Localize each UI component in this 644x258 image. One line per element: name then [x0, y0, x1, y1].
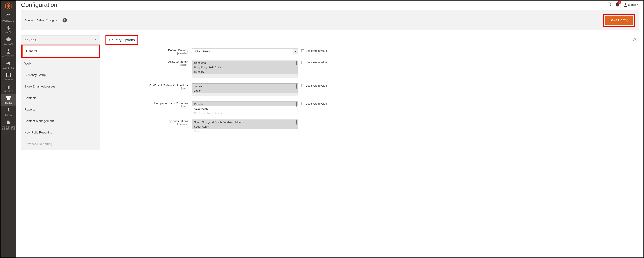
fieldset-country-options[interactable]: Country Options: [106, 36, 138, 45]
config-sections-panel: GENERAL ⌃ General Web Currency Setup Sto…: [21, 36, 100, 258]
allow-countries-multiselect[interactable]: Honduras Hong Kong SAR China Hungary: [192, 60, 298, 78]
nav-label-content: CONTENT: [4, 79, 13, 81]
nav-dashboard[interactable]: DASHBOARD: [0, 11, 16, 24]
section-item-newrelic[interactable]: New Relic Reporting: [21, 127, 100, 138]
list-item[interactable]: South Korea: [192, 124, 298, 129]
notifications-button[interactable]: 13: [616, 2, 620, 8]
field-control: Jamaica Japan: [192, 83, 298, 96]
megaphone-icon: [6, 61, 11, 66]
list-item[interactable]: Jamaica: [192, 84, 298, 88]
scope-help-icon[interactable]: ?: [62, 18, 67, 22]
nav-reports[interactable]: REPORTS: [0, 82, 16, 94]
magento-logo[interactable]: [0, 0, 16, 11]
field-row-eu-countries: European Union Countries [global] Canada…: [106, 101, 637, 114]
gauge-icon: [6, 14, 11, 19]
field-label-text: Top destinations: [106, 120, 188, 123]
nav-content[interactable]: CONTENT: [0, 71, 16, 82]
section-item-reports[interactable]: Reports: [21, 104, 100, 115]
field-label-text: Allow Countries: [106, 60, 188, 64]
field-scope: [global]: [106, 105, 188, 108]
scope-select[interactable]: Default Config ▼: [37, 19, 58, 22]
svg-point-11: [624, 4, 626, 5]
chart-icon: [6, 84, 10, 89]
nav-catalog[interactable]: CATALOG: [0, 35, 16, 47]
scrollbar-thumb[interactable]: [296, 61, 297, 65]
zip-optional-multiselect[interactable]: Jamaica Japan: [192, 83, 298, 96]
section-group-label: GENERAL: [24, 38, 38, 42]
notif-badge: 13: [618, 1, 621, 4]
scrollbar-thumb[interactable]: [296, 102, 297, 106]
chevron-down-icon: ▼: [637, 4, 639, 6]
nav-sales[interactable]: $ SALES: [0, 24, 16, 35]
list-item[interactable]: Hong Kong SAR China: [192, 65, 298, 70]
field-label: Allow Countries [website]: [106, 60, 188, 66]
section-item-currency[interactable]: Currency Setup: [21, 69, 100, 81]
svg-point-9: [608, 3, 610, 5]
main-content: Configuration 13 admin ▼ Scope:: [16, 0, 644, 258]
layout-icon: [6, 73, 10, 78]
use-system-allow-countries[interactable]: Use system value: [301, 60, 337, 64]
nav-label-marketing: MARKETING: [3, 67, 14, 69]
field-label: Top destinations [store view]: [106, 119, 188, 126]
list-item[interactable]: Japan: [192, 88, 298, 93]
section-general-highlight: General: [21, 44, 100, 58]
nav-system[interactable]: SYSTEM: [0, 106, 16, 118]
section-group-general[interactable]: GENERAL ⌃: [21, 36, 100, 44]
chevron-down-icon: ▼: [293, 49, 298, 54]
use-system-label: Use system value: [306, 49, 327, 52]
section-item-store-email[interactable]: Store Email Addresses: [21, 81, 100, 92]
field-row-top-destinations: Top destinations [store view] South Geor…: [106, 119, 637, 132]
section-item-general[interactable]: General: [22, 46, 99, 57]
list-item[interactable]: Caribbean Netherlands: [192, 111, 298, 114]
nav-label-sales: SALES: [6, 31, 12, 33]
checkbox-icon: [301, 50, 304, 52]
user-menu[interactable]: admin ▼: [624, 3, 639, 7]
user-icon: [624, 3, 627, 7]
page-header: Configuration 13 admin ▼: [21, 0, 639, 9]
list-item[interactable]: Cape Verde: [192, 106, 298, 111]
scope-control: Scope: Default Config ▼ ?: [25, 18, 67, 22]
eu-countries-multiselect[interactable]: Canada Cape Verde Caribbean Netherlands: [192, 101, 298, 114]
store-icon: [6, 96, 11, 101]
nav-stores[interactable]: STORES: [0, 94, 16, 106]
list-item[interactable]: South Georgia & South Sandwich Islands: [192, 120, 298, 124]
use-system-default-country[interactable]: Use system value: [301, 48, 337, 52]
nav-customers[interactable]: CUSTOMERS: [0, 47, 16, 59]
chevron-down-icon: ▼: [55, 19, 58, 22]
nav-marketing[interactable]: MARKETING: [0, 59, 16, 71]
field-row-default-country: Default Country [store view] United Stat…: [106, 48, 637, 54]
list-item[interactable]: Honduras: [192, 60, 298, 65]
save-config-button[interactable]: Save Config: [605, 16, 633, 24]
checkbox-icon: [301, 61, 304, 64]
save-highlight: Save Config: [603, 14, 635, 26]
default-country-select[interactable]: United States ▼: [192, 48, 298, 54]
use-system-label: Use system value: [306, 102, 327, 105]
list-item[interactable]: Canada: [192, 102, 298, 106]
admin-sidebar: DASHBOARD $ SALES CATALOG CUSTOMERS MARK…: [0, 0, 16, 258]
section-item-content-mgmt[interactable]: Content Management: [21, 115, 100, 127]
svg-line-10: [610, 5, 611, 6]
scrollbar-thumb[interactable]: [296, 120, 297, 124]
svg-rect-7: [7, 98, 10, 100]
use-system-eu-countries[interactable]: Use system value: [301, 101, 337, 105]
list-item[interactable]: Spain: [192, 129, 298, 132]
section-list: General Web Currency Setup Store Email A…: [21, 44, 100, 150]
section-item-contacts[interactable]: Contacts: [21, 92, 100, 104]
config-content: GENERAL ⌃ General Web Currency Setup Sto…: [21, 36, 639, 258]
collapse-button[interactable]: ⌃: [634, 38, 637, 42]
scrollbar-thumb[interactable]: [296, 84, 297, 88]
section-item-advanced-reporting[interactable]: Advanced Reporting: [21, 138, 100, 150]
field-row-allow-countries: Allow Countries [website] Honduras Hong …: [106, 60, 637, 78]
list-item[interactable]: Hungary: [192, 70, 298, 74]
use-system-label: Use system value: [306, 84, 327, 87]
use-system-zip-optional[interactable]: Use system value: [301, 83, 337, 87]
checkbox-icon: [301, 102, 304, 105]
svg-rect-5: [8, 86, 9, 88]
search-button[interactable]: [607, 2, 612, 8]
nav-label-stores: STORES: [4, 102, 12, 104]
top-destinations-multiselect[interactable]: South Georgia & South Sandwich Islands S…: [192, 119, 298, 132]
section-item-web[interactable]: Web: [21, 58, 100, 69]
nav-partners[interactable]: FIND PARTNERS & EXTENSIONS: [0, 118, 16, 132]
dollar-icon: $: [7, 26, 10, 30]
nav-label-reports: REPORTS: [4, 90, 13, 92]
